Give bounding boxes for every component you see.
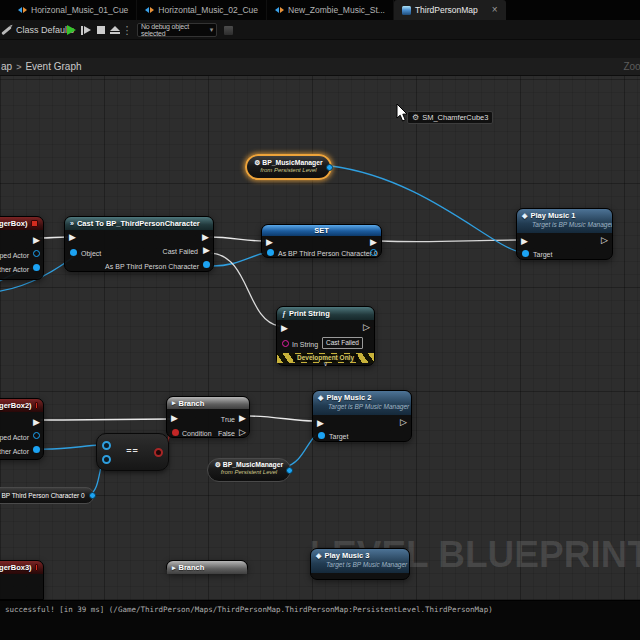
set-input-pin[interactable]	[267, 249, 274, 256]
other-actor-pin[interactable]	[33, 264, 40, 271]
node-branch-1[interactable]: ▸Branch ▶ Condition True ▶ False ▷	[166, 396, 250, 438]
play-icon	[67, 25, 76, 35]
frame-skip-button[interactable]	[79, 24, 93, 36]
exec-out-pin[interactable]: ▶	[202, 233, 209, 242]
level-icon	[402, 6, 411, 15]
exec-in-pin[interactable]: ▶	[317, 419, 324, 428]
wire-data	[213, 253, 264, 266]
stop-icon	[97, 26, 105, 34]
equals-result-pin[interactable]	[154, 448, 163, 457]
function-icon: ◈	[318, 394, 323, 402]
exec-in-pin[interactable]: ▶	[266, 238, 273, 247]
gear-icon: ⚙	[215, 461, 221, 468]
node-title: OnActorBeginOverlap (TriggerBox2)	[0, 401, 32, 410]
chevron-down-icon[interactable]: ∨	[323, 360, 328, 367]
function-icon: ◈	[316, 552, 321, 560]
wire-exec	[211, 253, 279, 326]
node-cast-to-thirdpersoncharacter[interactable]: »Cast To BP_ThirdPersonCharacter ▶ ▶ Obj…	[64, 216, 214, 272]
other-actor-pin[interactable]	[33, 446, 40, 453]
node-bp-musicmanager-reference-bottom[interactable]: ⚙ BP_MusicManager from Persistent Level	[207, 458, 291, 482]
pin-label: In String	[292, 341, 318, 348]
in-string-pin[interactable]	[282, 340, 289, 347]
true-exec-pin[interactable]: ▶	[239, 414, 246, 423]
exec-in-pin[interactable]: ▶	[171, 414, 178, 423]
eject-button[interactable]	[108, 24, 122, 36]
pin-label: As BP Third Person Character 0	[278, 250, 378, 257]
exec-in-pin[interactable]: ▶	[521, 237, 528, 246]
overlapped-actor-pin[interactable]	[33, 432, 40, 439]
dragged-actor-chip: ⚙ SM_ChamferCube3	[407, 111, 493, 124]
pin-label: Target	[329, 433, 348, 440]
exec-in-pin[interactable]: ▶	[281, 324, 288, 333]
tab-new-zombie-music[interactable]: New_Zombie_Music_St...	[267, 0, 394, 20]
pin-label: Target	[533, 251, 552, 258]
set-output-pin[interactable]	[370, 249, 377, 256]
node-bp-musicmanager-reference-top[interactable]: ⚙ BP_MusicManager from Persistent Level	[245, 154, 332, 180]
more-options-button[interactable]: ⋮	[123, 24, 131, 36]
node-title: Branch	[179, 563, 205, 572]
actor-output-pin[interactable]	[326, 164, 333, 171]
wire-exec	[41, 419, 170, 420]
as-character-pin[interactable]	[203, 261, 210, 268]
exec-out-pin[interactable]: ▶	[33, 236, 40, 245]
exec-out-pin[interactable]: ▷	[363, 323, 370, 332]
node-character-variable-getter[interactable]: BP Third Person Character 0	[0, 487, 94, 504]
node-play-music-3[interactable]: ◈Play Music 3 Target is BP Music Manager	[310, 548, 410, 580]
node-subtitle: Target is BP Music Manager	[326, 561, 404, 568]
target-pin[interactable]	[522, 250, 529, 257]
in-string-value-field[interactable]: Cast Failed	[322, 337, 363, 349]
exec-out-pin[interactable]: ▶	[370, 238, 377, 247]
tab-label: New_Zombie_Music_St...	[288, 5, 385, 15]
node-play-music-2[interactable]: ◈Play Music 2 Target is BP Music Manager…	[312, 390, 412, 442]
node-title: OnActorBeginOverlap (TriggerBox3)	[0, 563, 32, 572]
breadcrumb-event-graph[interactable]: Event Graph	[25, 61, 81, 72]
pin-label: As BP Third Person Character	[105, 263, 199, 270]
actor-output-pin[interactable]	[286, 467, 293, 474]
blueprint-editor-window: Horizonal_Music_01_Cue Horizontal_Music_…	[0, 0, 640, 640]
node-title: Branch	[179, 399, 205, 408]
false-exec-pin[interactable]: ▷	[239, 428, 246, 437]
cast-failed-exec-pin[interactable]: ▶	[203, 246, 210, 255]
staticmesh-icon: ⚙	[412, 113, 419, 122]
tab-thirdpersonmap[interactable]: ThirdPersonMap ×	[394, 0, 506, 20]
breadcrumb-map[interactable]: ap	[1, 61, 12, 72]
play-button[interactable]	[64, 24, 78, 36]
target-pin[interactable]	[318, 432, 325, 439]
condition-pin[interactable]	[172, 429, 179, 436]
node-event-beginoverlap-triggerbox2[interactable]: OnActorBeginOverlap (TriggerBox2) ▶ Over…	[0, 398, 44, 460]
stop-button[interactable]	[94, 24, 108, 36]
pin-label: Overlapped Actor	[0, 252, 29, 259]
debug-object-dropdown[interactable]: No debug object selected ▾	[137, 23, 217, 37]
debug-browse-icon[interactable]	[224, 26, 233, 35]
variable-output-pin[interactable]	[89, 492, 96, 499]
object-pin[interactable]	[70, 249, 77, 256]
exec-out-pin[interactable]: ▷	[400, 418, 407, 427]
node-title: Play Music 1	[530, 211, 575, 220]
node-play-music-1[interactable]: ◈Play Music 1 Target is BP Music Manager…	[516, 208, 613, 260]
cast-icon: »	[70, 220, 74, 227]
pencil-icon	[1, 25, 11, 34]
exec-out-pin[interactable]: ▷	[601, 236, 608, 245]
equals-input-b-pin[interactable]	[102, 455, 111, 464]
exec-in-pin[interactable]: ▶	[69, 233, 76, 242]
exec-out-pin[interactable]: ▶	[33, 418, 40, 427]
node-print-string[interactable]: ƒPrint String ▶ ▷ In String Cast Failed …	[276, 306, 375, 366]
wire-data	[39, 445, 100, 449]
node-branch-2[interactable]: ▸Branch	[166, 560, 248, 574]
event-graph-canvas[interactable]: LEVEL BLUEPRINT OnActorBegi	[0, 76, 640, 600]
compiler-status-bar: successful! [in 39 ms] (/Game/ThirdPerso…	[0, 600, 640, 640]
node-title: OnActorBeginOverlap (TriggerBox)	[0, 219, 27, 228]
node-equal-comparison[interactable]: ==	[96, 433, 169, 471]
branch-icon: ▸	[172, 564, 176, 572]
close-icon[interactable]: ×	[492, 5, 498, 15]
class-defaults-button[interactable]: Class Defaults	[0, 22, 74, 38]
branch-icon: ▸	[172, 399, 176, 407]
pin-label: False	[218, 430, 235, 437]
tab-horizonal-music-01[interactable]: Horizonal_Music_01_Cue	[10, 0, 137, 20]
node-event-beginoverlap-triggerbox3[interactable]: OnActorBeginOverlap (TriggerBox3)	[0, 560, 44, 600]
soundcue-icon	[145, 7, 154, 13]
node-set-variable[interactable]: SET ▶ ▶ As BP Third Person Character 0	[261, 224, 382, 258]
node-event-beginoverlap-triggerbox[interactable]: OnActorBeginOverlap (TriggerBox) ▶ Overl…	[0, 216, 44, 280]
tab-horizontal-music-02[interactable]: Horizontal_Music_02_Cue	[137, 0, 267, 20]
overlapped-actor-pin[interactable]	[33, 250, 40, 257]
